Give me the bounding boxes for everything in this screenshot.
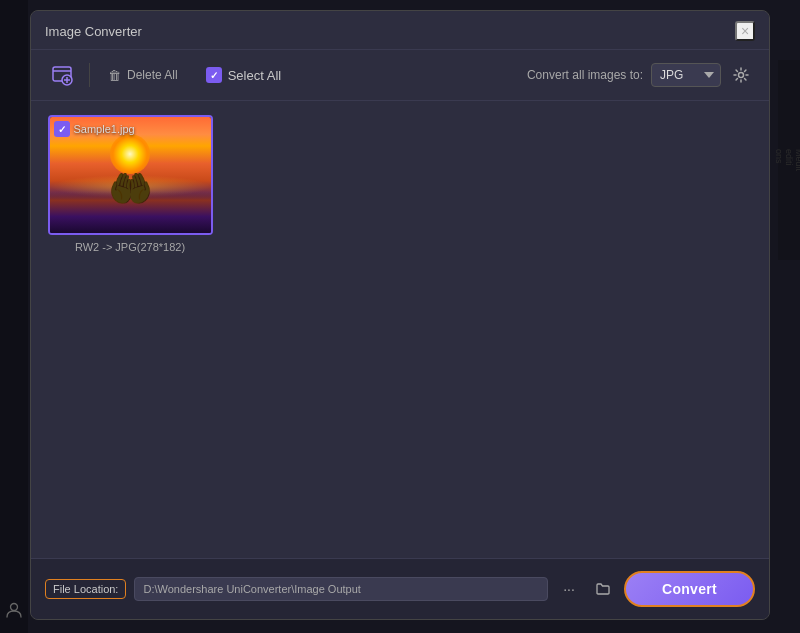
convert-button[interactable]: Convert [624,571,755,607]
file-path-input[interactable] [134,577,548,601]
ellipsis-icon: ··· [563,581,575,597]
image-thumbnail-container: Sample1.jpg [48,115,213,235]
select-all-label: Select All [228,68,281,83]
more-options-button[interactable]: ··· [556,576,582,602]
delete-all-label: Delete All [127,68,178,82]
format-dropdown[interactable]: JPG PNG WEBP BMP TIFF GIF [651,63,721,87]
user-icon[interactable] [5,601,23,619]
select-all-checkbox[interactable] [206,67,222,83]
settings-button[interactable] [727,61,755,89]
convert-all-label: Convert all images to: [527,68,643,82]
toolbar: 🗑 Delete All Select All Convert all imag… [31,50,769,101]
file-location-label: File Location: [45,579,126,599]
image-item[interactable]: Sample1.jpg RW2 -> JPG(278*182) [45,115,215,253]
folder-icon [595,581,611,597]
title-bar: Image Converter × [31,11,769,50]
gear-icon [733,67,749,83]
add-image-button[interactable] [45,58,79,92]
trash-icon: 🗑 [108,68,121,83]
select-all-container[interactable]: Select All [206,67,281,83]
svg-point-5 [11,604,18,611]
close-button[interactable]: × [735,21,755,41]
add-icon [51,64,73,86]
image-conversion-info: RW2 -> JPG(278*182) [75,241,185,253]
bottom-bar: File Location: ··· Convert [31,558,769,619]
delete-all-button[interactable]: 🗑 Delete All [100,64,186,87]
svg-point-4 [739,73,744,78]
sidebar-bottom-icons [0,601,28,619]
content-area: Sample1.jpg RW2 -> JPG(278*182) [31,101,769,558]
image-filename-overlay: Sample1.jpg [74,123,135,135]
dialog-title: Image Converter [45,24,142,39]
image-converter-dialog: Image Converter × 🗑 Delete All Select Al… [30,10,770,620]
open-folder-button[interactable] [590,576,616,602]
image-select-checkbox[interactable] [54,121,70,137]
toolbar-divider [89,63,90,87]
